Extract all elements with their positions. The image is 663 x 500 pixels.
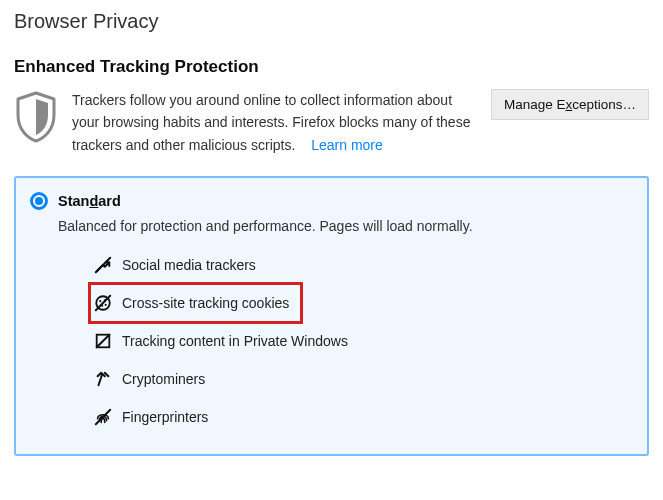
tracker-list: Social media trackers Cross-site trackin… [90,246,631,436]
social-tracker-icon [94,256,112,274]
etp-standard-accesskey: d [89,193,98,209]
list-item: Cryptominers [90,360,631,398]
manage-exceptions-label-pre: Manage E [504,97,566,112]
manage-exceptions-button[interactable]: Manage Exceptions… [491,89,649,120]
svg-line-8 [97,335,110,348]
etp-standard-name-pre: Stan [58,193,89,209]
etp-standard-radio[interactable] [30,192,48,210]
tracker-label: Cryptominers [122,371,205,387]
list-item: Social media trackers [90,246,631,284]
etp-standard-option[interactable]: Standard Balanced for protection and per… [14,176,649,456]
manage-exceptions-label-post: ceptions… [572,97,636,112]
page-title: Browser Privacy [14,10,649,33]
learn-more-link[interactable]: Learn more [311,137,383,153]
tracking-content-icon [94,332,112,350]
tracker-label: Tracking content in Private Windows [122,333,348,349]
etp-intro-row: Trackers follow you around online to col… [14,89,649,156]
fingerprint-icon [94,408,112,426]
tracker-label: Fingerprinters [122,409,208,425]
etp-heading: Enhanced Tracking Protection [14,57,649,77]
etp-standard-head[interactable]: Standard [30,192,631,210]
cryptominer-icon [94,370,112,388]
svg-point-2 [99,300,101,302]
etp-standard-name-post: ard [98,193,121,209]
etp-standard-name: Standard [58,193,121,209]
shield-icon [14,89,58,146]
svg-point-5 [105,304,107,306]
etp-description: Trackers follow you around online to col… [72,92,470,153]
tracker-label: Cross-site tracking cookies [122,295,289,311]
etp-standard-desc: Balanced for protection and performance.… [58,218,631,234]
etp-description-block: Trackers follow you around online to col… [72,89,477,156]
list-item: Cross-site tracking cookies [90,284,301,322]
tracker-label: Social media trackers [122,257,256,273]
list-item: Fingerprinters [90,398,631,436]
list-item: Tracking content in Private Windows [90,322,631,360]
svg-line-0 [96,258,110,272]
cookie-icon [94,294,112,312]
